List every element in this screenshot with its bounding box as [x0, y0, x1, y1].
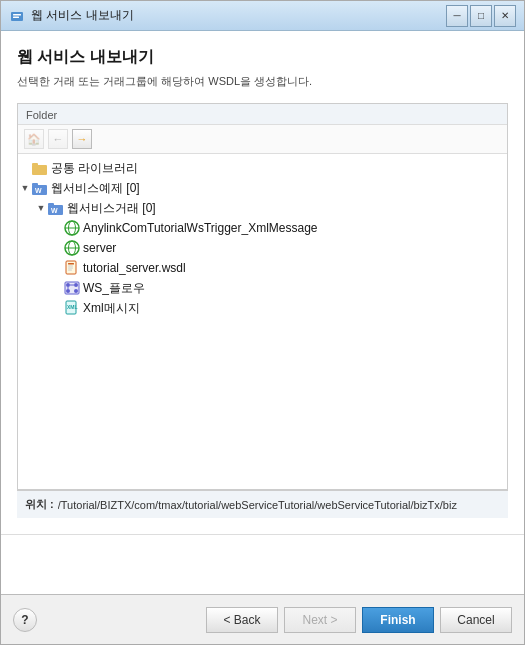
- svg-rect-18: [68, 263, 74, 265]
- svg-rect-3: [32, 165, 47, 175]
- svg-point-25: [66, 289, 70, 293]
- tree-item-label: tutorial_server.wsdl: [83, 261, 186, 275]
- svg-rect-9: [48, 203, 54, 206]
- wsdl-icon: [64, 260, 80, 276]
- svg-rect-19: [68, 266, 73, 267]
- restore-button[interactable]: □: [470, 5, 492, 27]
- svg-text:W: W: [35, 187, 42, 194]
- tree-item-label: WS_플로우: [83, 280, 145, 297]
- back-icon: ←: [53, 133, 64, 145]
- page-subtitle: 선택한 거래 또는 거래그룹에 해당하여 WSDL을 생성합니다.: [17, 74, 508, 89]
- svg-text:W: W: [51, 207, 58, 214]
- window-controls: ─ □ ✕: [446, 5, 516, 27]
- finish-button[interactable]: Finish: [362, 607, 434, 633]
- tree-item[interactable]: WS_플로우: [18, 278, 507, 298]
- svg-rect-6: [32, 183, 38, 186]
- main-window: 웹 서비스 내보내기 ─ □ ✕ 웹 서비스 내보내기 선택한 거래 또는 거래…: [0, 0, 525, 645]
- folder-ws-icon: W: [32, 180, 48, 196]
- tree-item[interactable]: 공통 라이브러리: [18, 158, 507, 178]
- button-bar: ? < Back Next > Finish Cancel: [1, 594, 524, 644]
- tree-item-label: server: [83, 241, 116, 255]
- tree-item[interactable]: AnylinkComTutorialWsTrigger_XmlMessage: [18, 218, 507, 238]
- status-label: 위치 :: [25, 497, 54, 512]
- tree-item[interactable]: server: [18, 238, 507, 258]
- svg-point-24: [74, 283, 78, 287]
- tree-item-label: AnylinkComTutorialWsTrigger_XmlMessage: [83, 221, 318, 235]
- svg-rect-1: [13, 14, 21, 16]
- tree-item-label: 웹서비스거래 [0]: [67, 200, 156, 217]
- tree-item[interactable]: ▼ W 웹서비스예제 [0]: [18, 178, 507, 198]
- folder-library-icon: [32, 160, 48, 176]
- svg-rect-20: [68, 268, 73, 269]
- bottom-spacer: [1, 534, 524, 594]
- tree-item[interactable]: tutorial_server.wsdl: [18, 258, 507, 278]
- flow-icon: [64, 280, 80, 296]
- svg-rect-4: [32, 163, 38, 166]
- title-bar: 웹 서비스 내보내기 ─ □ ✕: [1, 1, 524, 31]
- tree-item[interactable]: XML Xml메시지: [18, 298, 507, 318]
- window-icon: [9, 8, 25, 24]
- help-button[interactable]: ?: [13, 608, 37, 632]
- folder-section: Folder 🏠 ← →: [17, 103, 508, 490]
- tree-item[interactable]: ▼ W 웹서비스거래 [0]: [18, 198, 507, 218]
- forward-icon: →: [77, 133, 88, 145]
- web-icon: [64, 240, 80, 256]
- web-service-icon: [64, 220, 80, 236]
- home-button[interactable]: 🏠: [24, 129, 44, 149]
- tree-item-label: 웹서비스예제 [0]: [51, 180, 140, 197]
- forward-button[interactable]: →: [72, 129, 92, 149]
- folder-trade-icon: W: [48, 200, 64, 216]
- status-bar: 위치 : /Tutorial/BIZTX/com/tmax/tutorial/w…: [17, 490, 508, 518]
- collapse-icon[interactable]: ▼: [34, 201, 48, 215]
- minimize-button[interactable]: ─: [446, 5, 468, 27]
- svg-rect-2: [13, 16, 19, 18]
- svg-point-26: [74, 289, 78, 293]
- nav-buttons: < Back Next > Finish Cancel: [206, 607, 512, 633]
- cancel-button[interactable]: Cancel: [440, 607, 512, 633]
- svg-rect-21: [68, 270, 72, 271]
- folder-toolbar: 🏠 ← →: [18, 125, 507, 154]
- home-icon: 🏠: [27, 133, 41, 146]
- svg-point-23: [66, 283, 70, 287]
- next-nav-button[interactable]: Next >: [284, 607, 356, 633]
- folder-label: Folder: [18, 104, 507, 125]
- close-button[interactable]: ✕: [494, 5, 516, 27]
- xml-icon: XML: [64, 300, 80, 316]
- back-nav-button[interactable]: < Back: [206, 607, 278, 633]
- window-title: 웹 서비스 내보내기: [31, 7, 446, 24]
- tree-area[interactable]: 공통 라이브러리 ▼ W 웹서비스예제 [0]: [18, 154, 507, 489]
- back-button[interactable]: ←: [48, 129, 68, 149]
- content-area: 웹 서비스 내보내기 선택한 거래 또는 거래그룹에 해당하여 WSDL을 생성…: [1, 31, 524, 534]
- tree-item-label: Xml메시지: [83, 300, 140, 317]
- svg-text:XML: XML: [67, 304, 78, 310]
- status-path: /Tutorial/BIZTX/com/tmax/tutorial/webSer…: [58, 499, 457, 511]
- page-title: 웹 서비스 내보내기: [17, 47, 508, 68]
- collapse-icon[interactable]: ▼: [18, 181, 32, 195]
- tree-item-label: 공통 라이브러리: [51, 160, 138, 177]
